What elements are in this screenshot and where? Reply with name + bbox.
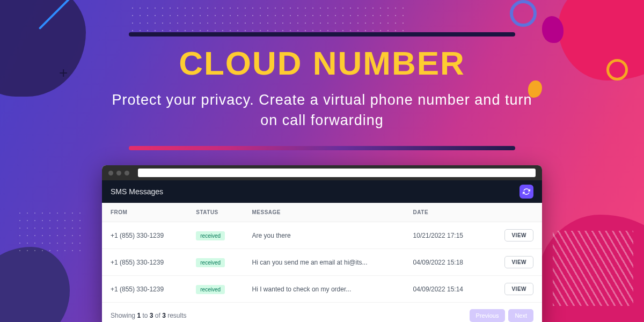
- divider-top: [129, 32, 515, 36]
- table-row: +1 (855) 330-1239 received Are you there…: [102, 222, 542, 249]
- table-row: +1 (855) 330-1239 received Hi can you se…: [102, 249, 542, 276]
- panel-toolbar: SMS Messages: [102, 180, 542, 203]
- cell-message: Hi can you send me an email at hi@its...: [244, 249, 405, 276]
- decor-dots-bottom-left: [16, 209, 80, 258]
- refresh-icon: [523, 188, 530, 195]
- cell-date: 10/21/2022 17:15: [405, 222, 486, 249]
- window-dot-icon: [108, 171, 113, 175]
- refresh-button[interactable]: [519, 185, 533, 199]
- view-button[interactable]: VIEW: [504, 283, 533, 295]
- col-status: STATUS: [187, 203, 243, 222]
- divider-gradient: [129, 146, 515, 150]
- status-badge: received: [196, 231, 225, 240]
- panel-title: SMS Messages: [111, 187, 163, 196]
- table-row: +1 (855) 330-1239 received Hi I wanted t…: [102, 276, 542, 303]
- cell-from: +1 (855) 330-1239: [102, 276, 187, 303]
- cell-date: 04/09/2022 15:18: [405, 249, 486, 276]
- previous-button[interactable]: Previous: [470, 309, 506, 322]
- cell-date: 04/09/2022 15:14: [405, 276, 486, 303]
- messages-table: FROM STATUS MESSAGE DATE +1 (855) 330-12…: [102, 203, 542, 303]
- view-button[interactable]: VIEW: [504, 256, 533, 268]
- cell-from: +1 (855) 330-1239: [102, 222, 187, 249]
- decor-blob-small-magenta: [542, 16, 564, 43]
- decor-blob-bottom-left: [0, 247, 70, 322]
- col-date: DATE: [405, 203, 486, 222]
- window-dot-icon: [125, 171, 129, 175]
- col-from: FROM: [102, 203, 187, 222]
- hero-title: CLOUD NUMBER: [0, 44, 644, 82]
- view-button[interactable]: VIEW: [504, 229, 533, 241]
- col-message: MESSAGE: [244, 203, 405, 222]
- decor-stripes: [553, 231, 633, 306]
- window-dot-icon: [116, 171, 121, 175]
- cell-from: +1 (855) 330-1239: [102, 249, 187, 276]
- cell-message: Are you there: [244, 222, 405, 249]
- status-badge: received: [196, 258, 225, 267]
- hero-subtitle: Protect your privacy. Create a virtual p…: [102, 90, 542, 131]
- decor-dots-top: [129, 4, 408, 34]
- url-bar[interactable]: [138, 169, 536, 177]
- browser-chrome: [102, 165, 542, 180]
- next-button[interactable]: Next: [508, 309, 533, 322]
- browser-window: SMS Messages FROM STATUS MESSAGE DATE +1…: [102, 165, 542, 322]
- cell-message: Hi I wanted to check on my order...: [244, 276, 405, 303]
- pagination-summary: Showing 1 to 3 of 3 results: [111, 312, 187, 319]
- status-badge: received: [196, 285, 225, 294]
- decor-ring-blue: [510, 0, 537, 27]
- pagination: Showing 1 to 3 of 3 results Previous Nex…: [102, 303, 542, 322]
